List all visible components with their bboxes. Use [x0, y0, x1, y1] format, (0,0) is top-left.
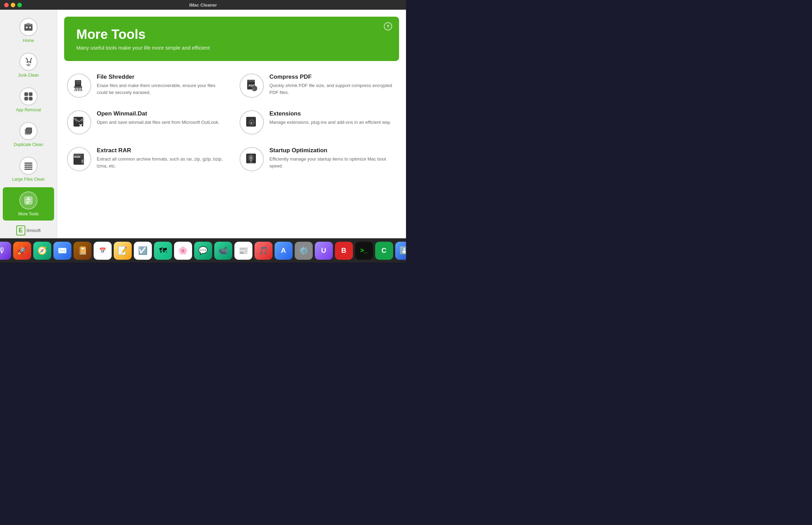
svg-line-25 [77, 88, 77, 91]
app-window: Home Junk Clean App Removal [0, 10, 406, 238]
extract-rar-icon: RAR 8 [67, 147, 91, 171]
svg-rect-8 [29, 97, 33, 101]
sidebar-item-more-tools-label: More Tools [18, 212, 38, 216]
sidebar-item-duplicate-clean[interactable]: Duplicate Clean [3, 118, 54, 151]
dock: 🔵 🎙 🚀 🧭 ✉️ 📔 📅 📝 ☑️ 🗺 🌸 💬 📹 📰 🎵 A [0, 238, 406, 262]
tool-item-open-winmail[interactable]: Open Winmail.Dat Open and save winmail.d… [64, 107, 226, 137]
svg-rect-17 [26, 201, 31, 201]
app-removal-icon [19, 87, 37, 105]
dock-bettertouchtool[interactable]: B [335, 242, 353, 260]
dock-cclean[interactable]: C [375, 242, 393, 260]
dock-maps[interactable]: 🗺 [154, 242, 172, 260]
svg-point-47 [250, 160, 252, 162]
hero-title: More Tools [76, 27, 387, 42]
startup-optimization-icon [240, 147, 264, 171]
extensions-name: Extensions [269, 110, 396, 117]
dock-reminders[interactable]: ☑️ [134, 242, 152, 260]
dock-notes[interactable]: 📝 [114, 242, 132, 260]
svg-rect-14 [24, 169, 32, 170]
main-content: More Tools Many useful tools make your l… [57, 10, 406, 238]
svg-rect-18 [26, 203, 29, 203]
svg-rect-10 [26, 128, 32, 133]
svg-rect-21 [76, 83, 80, 83]
help-button[interactable]: ? [384, 22, 392, 31]
svg-text:RAR: RAR [74, 155, 80, 158]
sidebar-item-app-removal[interactable]: App Removal [3, 83, 54, 117]
dock-siri[interactable]: 🎙 [0, 242, 11, 260]
logo-name: limisoft [27, 228, 41, 233]
compress-pdf-name: Compress PDF [269, 74, 396, 80]
svg-line-28 [81, 88, 82, 91]
dock-appstore[interactable]: A [275, 242, 293, 260]
extensions-icon: e [240, 110, 264, 135]
svg-rect-11 [24, 163, 32, 164]
dock-downloader[interactable]: ⬇️ [395, 242, 406, 260]
svg-rect-30 [247, 80, 255, 82]
tool-item-startup-optimization[interactable]: Startup Optimization Efficiently manage … [237, 144, 399, 174]
svg-line-27 [80, 88, 80, 91]
dock-systemprefs[interactable]: ⚙️ [295, 242, 313, 260]
traffic-lights [4, 3, 22, 7]
dock-ubar[interactable]: U [315, 242, 333, 260]
svg-rect-20 [76, 81, 80, 82]
sidebar-item-large-files-label: Large Files Clean [12, 177, 45, 182]
sidebar: Home Junk Clean App Removal [0, 10, 57, 238]
svg-rect-48 [250, 156, 252, 159]
dock-news[interactable]: 📰 [234, 242, 252, 260]
hero-subtitle: Many useful tools make your life more si… [76, 45, 387, 51]
dock-music[interactable]: 🎵 [254, 242, 273, 260]
dock-mail[interactable]: ✉️ [53, 242, 71, 260]
svg-rect-7 [24, 97, 28, 101]
tool-item-compress-pdf[interactable]: PDF ↕ Compress PDF Quickly shrink PDF fi… [237, 71, 399, 101]
svg-text:↕: ↕ [253, 87, 255, 91]
tool-item-extensions[interactable]: e Extensions Manage extensions, plug-ins… [237, 107, 399, 137]
file-shredder-info: File Shredder Erase files and make them … [97, 74, 224, 96]
compress-pdf-icon: PDF ↕ [240, 74, 264, 98]
open-winmail-name: Open Winmail.Dat [97, 110, 224, 117]
sidebar-item-junk-label: Junk Clean [18, 73, 39, 78]
dock-facetime[interactable]: 📹 [214, 242, 232, 260]
svg-text:8: 8 [81, 160, 84, 163]
svg-text:e: e [251, 120, 252, 124]
svg-rect-6 [29, 92, 33, 96]
compress-pdf-info: Compress PDF Quickly shrink PDF file siz… [269, 74, 396, 96]
sidebar-item-home[interactable]: Home [3, 14, 54, 47]
svg-rect-16 [26, 199, 31, 200]
home-icon [19, 18, 37, 36]
dock-launchpad[interactable]: 🚀 [13, 242, 31, 260]
tool-item-extract-rar[interactable]: RAR 8 Extract RAR Extract all common arc… [64, 144, 226, 174]
logo-letter: E [16, 225, 25, 235]
startup-optimization-info: Startup Optimization Efficiently manage … [269, 147, 396, 169]
sidebar-item-large-files[interactable]: Large Files Clean [3, 153, 54, 186]
maximize-button[interactable] [17, 3, 22, 7]
sidebar-logo: E limisoft [12, 221, 45, 238]
file-shredder-desc: Erase files and make them unrecoverable,… [97, 82, 224, 96]
open-winmail-icon [67, 110, 91, 135]
dock-notebook[interactable]: 📔 [74, 242, 92, 260]
dock-messages[interactable]: 💬 [194, 242, 212, 260]
dock-terminal[interactable]: >_ [355, 242, 373, 260]
sidebar-item-more-tools[interactable]: More Tools [3, 187, 54, 221]
svg-rect-0 [24, 25, 32, 31]
app-title: iMac Cleaner [189, 2, 217, 8]
svg-line-24 [75, 88, 76, 91]
svg-rect-2 [29, 27, 31, 28]
large-files-icon [19, 157, 37, 175]
close-button[interactable] [4, 3, 9, 7]
compress-pdf-desc: Quickly shrink PDF file size, and suppor… [269, 82, 396, 96]
open-winmail-desc: Open and save winmail.dat files sent fro… [97, 119, 224, 126]
sidebar-item-junk-clean[interactable]: Junk Clean [3, 49, 54, 82]
open-winmail-info: Open Winmail.Dat Open and save winmail.d… [97, 110, 224, 126]
dock-safari[interactable]: 🧭 [33, 242, 51, 260]
minimize-button[interactable] [11, 3, 15, 7]
dock-calendar[interactable]: 📅 [94, 242, 112, 260]
svg-rect-1 [26, 27, 28, 28]
sidebar-item-home-label: Home [23, 38, 34, 43]
dock-photos[interactable]: 🌸 [174, 242, 192, 260]
tool-item-file-shredder[interactable]: File Shredder Erase files and make them … [64, 71, 226, 101]
extensions-desc: Manage extensions, plug-ins and add-ons … [269, 119, 396, 126]
svg-rect-4 [27, 23, 30, 24]
svg-rect-12 [24, 165, 32, 166]
duplicate-clean-icon [19, 122, 37, 140]
extract-rar-info: Extract RAR Extract all common archive f… [97, 147, 224, 169]
